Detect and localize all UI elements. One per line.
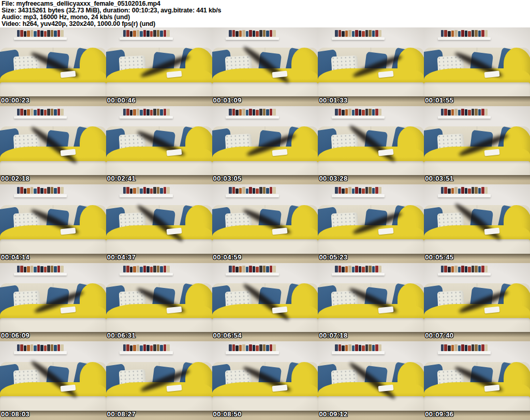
timestamp-overlay: 00:01:33 xyxy=(319,96,347,104)
video-thumbnail: 00:08:50 xyxy=(212,341,318,420)
photo-vignette xyxy=(0,184,106,263)
video-thumbnail: 00:03:05 xyxy=(212,106,318,185)
photo-vignette xyxy=(106,106,212,185)
video-thumbnail: 00:01:09 xyxy=(212,27,318,106)
timestamp-overlay: 00:02:41 xyxy=(107,175,136,182)
video-thumbnail: 00:04:37 xyxy=(106,184,212,263)
thumbnail-grid: 00:00:23 00:00:46 00:01:09 xyxy=(0,27,530,420)
photo-vignette xyxy=(106,27,212,106)
timestamp-overlay: 00:05:45 xyxy=(425,253,453,261)
video-thumbnail: 00:06:09 xyxy=(0,263,106,342)
timestamp-overlay: 00:01:55 xyxy=(425,96,453,104)
video-thumbnail: 00:04:14 xyxy=(0,184,106,263)
photo-vignette xyxy=(318,27,424,106)
video-thumbnail: 00:01:33 xyxy=(318,27,424,106)
video-thumbnail: 00:00:23 xyxy=(0,27,106,106)
video-thumbnail: 00:03:28 xyxy=(318,106,424,185)
timestamp-overlay: 00:03:05 xyxy=(213,175,242,182)
video-thumbnail: 00:03:51 xyxy=(424,106,530,185)
photo-vignette xyxy=(424,341,530,420)
photo-vignette xyxy=(318,341,424,420)
video-thumbnail: 00:08:27 xyxy=(106,341,212,420)
photo-vignette xyxy=(424,263,530,342)
video-thumbnail: 00:01:55 xyxy=(424,27,530,106)
timestamp-overlay: 00:03:28 xyxy=(319,175,347,182)
timestamp-overlay: 00:08:50 xyxy=(213,410,242,418)
photo-vignette xyxy=(212,341,318,420)
meta-line-video: Video: h264, yuv420p, 320x240, 1000.00 f… xyxy=(2,21,530,27)
photo-vignette xyxy=(424,106,530,185)
timestamp-overlay: 00:09:36 xyxy=(425,410,453,418)
photo-vignette xyxy=(424,27,530,106)
timestamp-overlay: 00:08:27 xyxy=(107,410,136,418)
photo-vignette xyxy=(106,184,212,263)
video-thumbnail: 00:06:54 xyxy=(212,263,318,342)
photo-vignette xyxy=(0,263,106,342)
photo-vignette xyxy=(424,184,530,263)
photo-vignette xyxy=(0,341,106,420)
video-thumbnail: 00:06:31 xyxy=(106,263,212,342)
video-thumbnail: 00:07:40 xyxy=(424,263,530,342)
video-thumbnail: 00:09:36 xyxy=(424,341,530,420)
thumbnail-contact-sheet: File: myfreecams_dellicyaxxx_female_0510… xyxy=(0,0,530,420)
timestamp-overlay: 00:00:46 xyxy=(107,96,136,104)
timestamp-overlay: 00:00:23 xyxy=(1,96,30,104)
video-thumbnail: 00:04:59 xyxy=(212,184,318,263)
video-thumbnail: 00:07:18 xyxy=(318,263,424,342)
timestamp-overlay: 00:04:59 xyxy=(213,253,242,261)
photo-vignette xyxy=(106,341,212,420)
video-thumbnail: 00:02:18 xyxy=(0,106,106,185)
photo-vignette xyxy=(318,106,424,185)
photo-vignette xyxy=(318,263,424,342)
video-thumbnail: 00:05:45 xyxy=(424,184,530,263)
timestamp-overlay: 00:03:51 xyxy=(425,175,453,182)
video-thumbnail: 00:05:23 xyxy=(318,184,424,263)
timestamp-overlay: 00:01:09 xyxy=(213,96,242,104)
photo-vignette xyxy=(212,27,318,106)
timestamp-overlay: 00:07:40 xyxy=(425,331,453,339)
video-thumbnail: 00:09:12 xyxy=(318,341,424,420)
photo-vignette xyxy=(0,106,106,185)
timestamp-overlay: 00:06:09 xyxy=(1,331,30,339)
video-thumbnail: 00:02:41 xyxy=(106,106,212,185)
photo-vignette xyxy=(318,184,424,263)
photo-vignette xyxy=(212,263,318,342)
photo-vignette xyxy=(212,106,318,185)
timestamp-overlay: 00:07:18 xyxy=(319,331,347,339)
timestamp-overlay: 00:05:23 xyxy=(319,253,347,261)
timestamp-overlay: 00:04:14 xyxy=(1,253,30,261)
video-thumbnail: 00:00:46 xyxy=(106,27,212,106)
timestamp-overlay: 00:02:18 xyxy=(1,175,30,182)
photo-vignette xyxy=(0,27,106,106)
timestamp-overlay: 00:06:31 xyxy=(107,331,136,339)
timestamp-overlay: 00:04:37 xyxy=(107,253,136,261)
photo-vignette xyxy=(106,263,212,342)
photo-vignette xyxy=(212,184,318,263)
timestamp-overlay: 00:09:12 xyxy=(319,410,347,418)
timestamp-overlay: 00:06:54 xyxy=(213,331,242,339)
metadata-header: File: myfreecams_dellicyaxxx_female_0510… xyxy=(0,0,530,27)
timestamp-overlay: 00:08:03 xyxy=(1,410,30,418)
video-thumbnail: 00:08:03 xyxy=(0,341,106,420)
